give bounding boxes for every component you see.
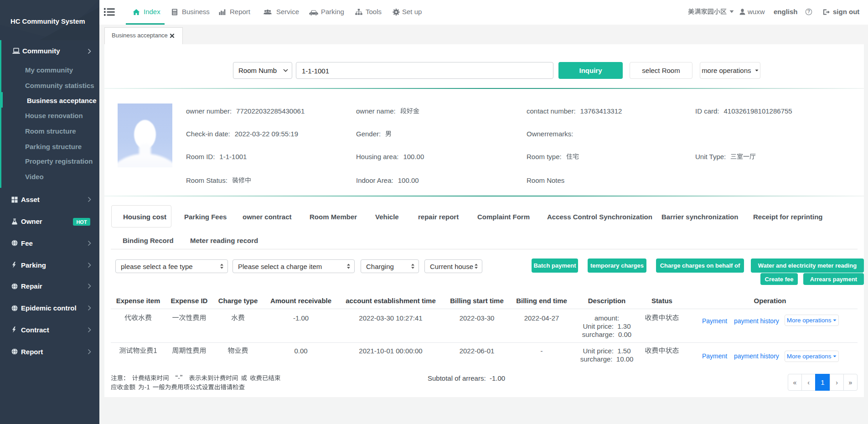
svg-text:?: ? xyxy=(807,9,810,14)
